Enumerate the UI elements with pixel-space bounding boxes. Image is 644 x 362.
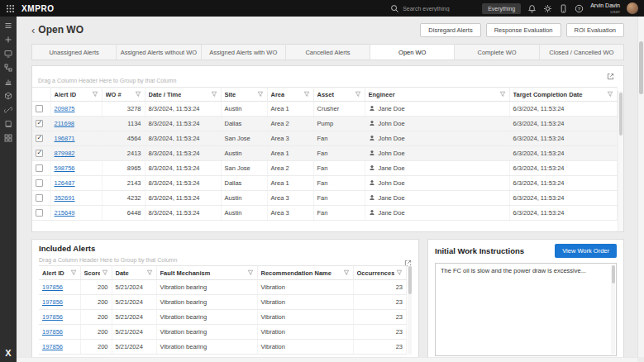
alert-id-link[interactable]: 197856: [42, 298, 63, 306]
alert-id-link[interactable]: 598756: [55, 164, 75, 172]
row-checkbox[interactable]: [36, 164, 43, 172]
tab[interactable]: Unassigned Alerts: [32, 45, 117, 60]
table-row[interactable]: 197856 200 5/21/2024 Vibration bearing V…: [39, 310, 407, 325]
chart-icon[interactable]: [4, 78, 12, 86]
filter-icon[interactable]: [211, 91, 217, 98]
avatar[interactable]: [627, 2, 638, 14]
tab[interactable]: Assigned Alerts with WO: [202, 45, 286, 60]
settings-gear-icon[interactable]: [543, 4, 552, 13]
row-checkbox[interactable]: [36, 179, 43, 187]
filter-icon[interactable]: [247, 269, 254, 276]
filter-icon[interactable]: [607, 91, 613, 98]
tab[interactable]: Cancelled Alerts: [286, 45, 370, 60]
row-checkbox[interactable]: [36, 150, 43, 157]
column-header[interactable]: Target Completion Date: [509, 88, 618, 102]
action-button[interactable]: Disregard Alerts: [420, 23, 480, 37]
alert-id-link[interactable]: 879982: [55, 150, 75, 157]
table-scrollbar[interactable]: [618, 91, 623, 231]
text-scrollbar[interactable]: [611, 264, 615, 355]
row-checkbox[interactable]: [36, 194, 43, 202]
column-header[interactable]: Site: [221, 88, 267, 102]
column-header[interactable]: Area: [267, 88, 313, 102]
table-scrollbar[interactable]: [408, 265, 412, 355]
view-work-order-button[interactable]: View Work Order: [555, 244, 617, 258]
table-row[interactable]: 209875 3278 8/3/2024, 11:53:24 Austin Ar…: [32, 102, 618, 117]
column-header[interactable]: Score: [80, 266, 112, 280]
table-row[interactable]: 879982 2413 8/3/2024, 11:53:24 Austin Ar…: [32, 146, 618, 161]
alert-id-link[interactable]: 197856: [42, 283, 63, 291]
column-header[interactable]: Asset: [313, 88, 365, 102]
alert-id-link[interactable]: 211698: [55, 120, 74, 127]
menu-icon[interactable]: [4, 21, 12, 30]
column-header[interactable]: Recommendation Name: [257, 266, 353, 280]
column-header[interactable]: Alert ID: [39, 266, 80, 280]
row-checkbox[interactable]: [36, 135, 43, 142]
back-chevron[interactable]: ‹: [31, 25, 35, 36]
filter-icon[interactable]: [355, 91, 361, 98]
row-checkbox[interactable]: [36, 105, 43, 112]
alert-id-link[interactable]: 196871: [55, 135, 75, 142]
scrollbar-thumb[interactable]: [408, 266, 412, 294]
scrollbar-thumb[interactable]: [639, 41, 643, 94]
column-header[interactable]: Alert ID: [50, 88, 102, 102]
filter-icon[interactable]: [343, 269, 350, 276]
search-box[interactable]: [390, 4, 475, 13]
search-input[interactable]: [403, 6, 475, 12]
link-icon[interactable]: [4, 106, 12, 114]
tab[interactable]: Closed / Cancelled WO: [540, 45, 623, 60]
app-launcher-icon[interactable]: [6, 4, 15, 13]
alert-id-link[interactable]: 209875: [55, 105, 75, 112]
tab[interactable]: Assigned Alerts without WO: [117, 45, 201, 60]
add-icon[interactable]: [4, 36, 12, 44]
help-icon[interactable]: ?: [575, 4, 584, 13]
xmpro-x-logo[interactable]: X: [5, 348, 11, 358]
tab[interactable]: Complete WO: [455, 45, 539, 60]
alert-id-link[interactable]: 197856: [42, 313, 63, 321]
column-header[interactable]: Date: [112, 266, 156, 280]
library-icon[interactable]: [4, 120, 12, 128]
page-vertical-scrollbar[interactable]: [637, 17, 644, 357]
table-row[interactable]: 352691 4232 8/3/2024, 11:53:24 Austin Ar…: [32, 191, 618, 206]
alert-id-link[interactable]: 197856: [42, 328, 63, 336]
asset-cube-icon[interactable]: [4, 92, 12, 100]
alert-id-link[interactable]: 215649: [55, 209, 75, 217]
filter-icon[interactable]: [257, 91, 264, 98]
monitor-icon[interactable]: [4, 50, 12, 58]
export-icon[interactable]: [607, 69, 614, 76]
filter-icon[interactable]: [146, 269, 153, 276]
notifications-bell-icon[interactable]: [527, 4, 537, 13]
table-row[interactable]: 197856 200 5/21/2024 Vibration bearing V…: [39, 325, 407, 340]
table-row[interactable]: 126487 2143 8/3/2024, 11:53:24 Dallas Ar…: [32, 176, 618, 191]
filter-icon[interactable]: [70, 269, 77, 276]
page-horizontal-scrollbar[interactable]: [17, 357, 637, 362]
column-header[interactable]: WO #: [102, 88, 145, 102]
filter-icon[interactable]: [102, 269, 108, 276]
filter-icon[interactable]: [135, 91, 141, 98]
filter-icon[interactable]: [499, 91, 506, 98]
search-scope-dropdown[interactable]: Everything: [482, 3, 521, 14]
tab[interactable]: Open WO: [370, 45, 455, 60]
export-icon[interactable]: [404, 255, 412, 263]
workflow-icon[interactable]: [4, 64, 12, 72]
grid-icon[interactable]: [4, 134, 12, 142]
row-checkbox[interactable]: [36, 120, 43, 127]
row-checkbox[interactable]: [36, 209, 43, 217]
table-row[interactable]: 598756 8965 8/3/2024, 11:53:24 San Jose …: [32, 161, 618, 176]
filter-icon[interactable]: [92, 91, 98, 98]
scrollbar-thumb[interactable]: [612, 265, 615, 283]
column-header[interactable]: Fault Mechanism: [156, 266, 257, 280]
table-row[interactable]: 215649 6448 8/3/2024, 11:53:24 Austin Ar…: [32, 206, 618, 221]
scrollbar-thumb[interactable]: [619, 93, 623, 136]
alert-id-link[interactable]: 126487: [55, 179, 75, 187]
alert-id-link[interactable]: 197856: [42, 343, 63, 350]
table-row[interactable]: 196871 4564 8/3/2024, 11:53:24 San Jose …: [32, 131, 618, 146]
table-row[interactable]: 197856 200 5/21/2024 Vibration bearing V…: [39, 280, 407, 295]
work-instructions-box[interactable]: The FC oil is slow and the power draw is…: [435, 263, 617, 356]
action-button[interactable]: ROI Evaluation: [566, 23, 624, 37]
table-row[interactable]: 197856 200 5/21/2024 Vibration bearing V…: [39, 340, 407, 355]
action-button[interactable]: Response Evaluation: [486, 23, 561, 37]
column-header[interactable]: Engineer: [365, 88, 509, 102]
table-row[interactable]: 197856 200 5/21/2024 Vibration bearing V…: [39, 295, 407, 310]
filter-icon[interactable]: [303, 91, 310, 98]
filter-icon[interactable]: [396, 269, 403, 276]
